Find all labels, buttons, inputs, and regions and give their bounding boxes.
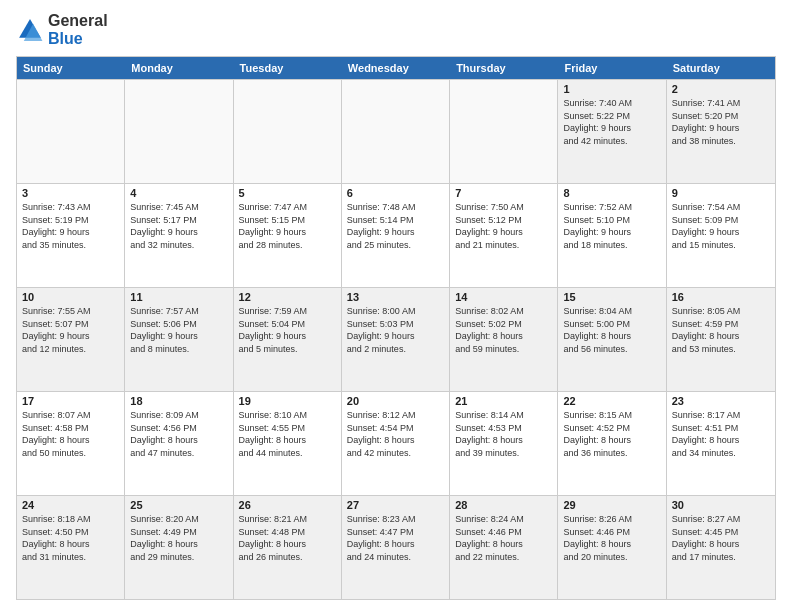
day-number: 17 [22,395,119,407]
day-info: Sunrise: 8:27 AMSunset: 4:45 PMDaylight:… [672,513,770,563]
calendar-cell-empty [450,80,558,183]
day-info: Sunrise: 7:59 AMSunset: 5:04 PMDaylight:… [239,305,336,355]
day-number: 15 [563,291,660,303]
calendar-week-0: 1Sunrise: 7:40 AMSunset: 5:22 PMDaylight… [17,79,775,183]
day-info: Sunrise: 7:52 AMSunset: 5:10 PMDaylight:… [563,201,660,251]
day-info: Sunrise: 7:43 AMSunset: 5:19 PMDaylight:… [22,201,119,251]
calendar: SundayMondayTuesdayWednesdayThursdayFrid… [16,56,776,600]
day-info: Sunrise: 8:07 AMSunset: 4:58 PMDaylight:… [22,409,119,459]
day-info: Sunrise: 7:54 AMSunset: 5:09 PMDaylight:… [672,201,770,251]
calendar-day-1: 1Sunrise: 7:40 AMSunset: 5:22 PMDaylight… [558,80,666,183]
calendar-week-3: 17Sunrise: 8:07 AMSunset: 4:58 PMDayligh… [17,391,775,495]
day-number: 3 [22,187,119,199]
day-info: Sunrise: 8:12 AMSunset: 4:54 PMDaylight:… [347,409,444,459]
day-number: 26 [239,499,336,511]
day-info: Sunrise: 7:55 AMSunset: 5:07 PMDaylight:… [22,305,119,355]
logo-text: General Blue [48,12,108,48]
day-number: 23 [672,395,770,407]
day-info: Sunrise: 7:50 AMSunset: 5:12 PMDaylight:… [455,201,552,251]
header-day-saturday: Saturday [667,57,775,79]
calendar-cell-empty [342,80,450,183]
calendar-day-27: 27Sunrise: 8:23 AMSunset: 4:47 PMDayligh… [342,496,450,599]
calendar-day-26: 26Sunrise: 8:21 AMSunset: 4:48 PMDayligh… [234,496,342,599]
calendar-day-25: 25Sunrise: 8:20 AMSunset: 4:49 PMDayligh… [125,496,233,599]
day-number: 18 [130,395,227,407]
day-number: 8 [563,187,660,199]
calendar-day-21: 21Sunrise: 8:14 AMSunset: 4:53 PMDayligh… [450,392,558,495]
day-number: 9 [672,187,770,199]
calendar-day-12: 12Sunrise: 7:59 AMSunset: 5:04 PMDayligh… [234,288,342,391]
calendar-day-23: 23Sunrise: 8:17 AMSunset: 4:51 PMDayligh… [667,392,775,495]
header: General Blue [16,12,776,48]
day-info: Sunrise: 8:17 AMSunset: 4:51 PMDaylight:… [672,409,770,459]
calendar-day-7: 7Sunrise: 7:50 AMSunset: 5:12 PMDaylight… [450,184,558,287]
day-info: Sunrise: 7:57 AMSunset: 5:06 PMDaylight:… [130,305,227,355]
header-day-tuesday: Tuesday [234,57,342,79]
day-number: 21 [455,395,552,407]
calendar-day-19: 19Sunrise: 8:10 AMSunset: 4:55 PMDayligh… [234,392,342,495]
day-number: 11 [130,291,227,303]
calendar-day-17: 17Sunrise: 8:07 AMSunset: 4:58 PMDayligh… [17,392,125,495]
day-info: Sunrise: 8:20 AMSunset: 4:49 PMDaylight:… [130,513,227,563]
day-info: Sunrise: 7:41 AMSunset: 5:20 PMDaylight:… [672,97,770,147]
day-info: Sunrise: 8:23 AMSunset: 4:47 PMDaylight:… [347,513,444,563]
day-info: Sunrise: 7:40 AMSunset: 5:22 PMDaylight:… [563,97,660,147]
calendar-day-22: 22Sunrise: 8:15 AMSunset: 4:52 PMDayligh… [558,392,666,495]
calendar-week-4: 24Sunrise: 8:18 AMSunset: 4:50 PMDayligh… [17,495,775,599]
calendar-day-13: 13Sunrise: 8:00 AMSunset: 5:03 PMDayligh… [342,288,450,391]
day-info: Sunrise: 8:15 AMSunset: 4:52 PMDaylight:… [563,409,660,459]
calendar-day-15: 15Sunrise: 8:04 AMSunset: 5:00 PMDayligh… [558,288,666,391]
page: General Blue SundayMondayTuesdayWednesda… [0,0,792,612]
day-info: Sunrise: 8:21 AMSunset: 4:48 PMDaylight:… [239,513,336,563]
day-number: 12 [239,291,336,303]
header-day-monday: Monday [125,57,233,79]
day-number: 14 [455,291,552,303]
calendar-day-2: 2Sunrise: 7:41 AMSunset: 5:20 PMDaylight… [667,80,775,183]
calendar-day-24: 24Sunrise: 8:18 AMSunset: 4:50 PMDayligh… [17,496,125,599]
calendar-day-14: 14Sunrise: 8:02 AMSunset: 5:02 PMDayligh… [450,288,558,391]
day-info: Sunrise: 8:05 AMSunset: 4:59 PMDaylight:… [672,305,770,355]
logo-icon [16,16,44,44]
header-day-wednesday: Wednesday [342,57,450,79]
day-number: 10 [22,291,119,303]
logo: General Blue [16,12,108,48]
calendar-cell-empty [125,80,233,183]
calendar-day-5: 5Sunrise: 7:47 AMSunset: 5:15 PMDaylight… [234,184,342,287]
day-info: Sunrise: 8:14 AMSunset: 4:53 PMDaylight:… [455,409,552,459]
day-info: Sunrise: 8:02 AMSunset: 5:02 PMDaylight:… [455,305,552,355]
day-info: Sunrise: 7:47 AMSunset: 5:15 PMDaylight:… [239,201,336,251]
day-info: Sunrise: 7:48 AMSunset: 5:14 PMDaylight:… [347,201,444,251]
calendar-day-8: 8Sunrise: 7:52 AMSunset: 5:10 PMDaylight… [558,184,666,287]
calendar-day-6: 6Sunrise: 7:48 AMSunset: 5:14 PMDaylight… [342,184,450,287]
calendar-day-20: 20Sunrise: 8:12 AMSunset: 4:54 PMDayligh… [342,392,450,495]
calendar-day-11: 11Sunrise: 7:57 AMSunset: 5:06 PMDayligh… [125,288,233,391]
calendar-day-18: 18Sunrise: 8:09 AMSunset: 4:56 PMDayligh… [125,392,233,495]
calendar-day-16: 16Sunrise: 8:05 AMSunset: 4:59 PMDayligh… [667,288,775,391]
day-number: 6 [347,187,444,199]
calendar-day-28: 28Sunrise: 8:24 AMSunset: 4:46 PMDayligh… [450,496,558,599]
day-number: 19 [239,395,336,407]
day-number: 2 [672,83,770,95]
header-day-thursday: Thursday [450,57,558,79]
day-number: 7 [455,187,552,199]
header-day-friday: Friday [558,57,666,79]
day-info: Sunrise: 8:04 AMSunset: 5:00 PMDaylight:… [563,305,660,355]
day-info: Sunrise: 8:09 AMSunset: 4:56 PMDaylight:… [130,409,227,459]
calendar-cell-empty [234,80,342,183]
day-info: Sunrise: 8:10 AMSunset: 4:55 PMDaylight:… [239,409,336,459]
calendar-week-2: 10Sunrise: 7:55 AMSunset: 5:07 PMDayligh… [17,287,775,391]
calendar-day-3: 3Sunrise: 7:43 AMSunset: 5:19 PMDaylight… [17,184,125,287]
calendar-day-4: 4Sunrise: 7:45 AMSunset: 5:17 PMDaylight… [125,184,233,287]
calendar-cell-empty [17,80,125,183]
day-number: 16 [672,291,770,303]
day-info: Sunrise: 7:45 AMSunset: 5:17 PMDaylight:… [130,201,227,251]
calendar-header: SundayMondayTuesdayWednesdayThursdayFrid… [17,57,775,79]
calendar-day-9: 9Sunrise: 7:54 AMSunset: 5:09 PMDaylight… [667,184,775,287]
calendar-body: 1Sunrise: 7:40 AMSunset: 5:22 PMDaylight… [17,79,775,599]
day-info: Sunrise: 8:24 AMSunset: 4:46 PMDaylight:… [455,513,552,563]
day-number: 4 [130,187,227,199]
day-number: 27 [347,499,444,511]
calendar-day-29: 29Sunrise: 8:26 AMSunset: 4:46 PMDayligh… [558,496,666,599]
day-number: 1 [563,83,660,95]
day-number: 29 [563,499,660,511]
